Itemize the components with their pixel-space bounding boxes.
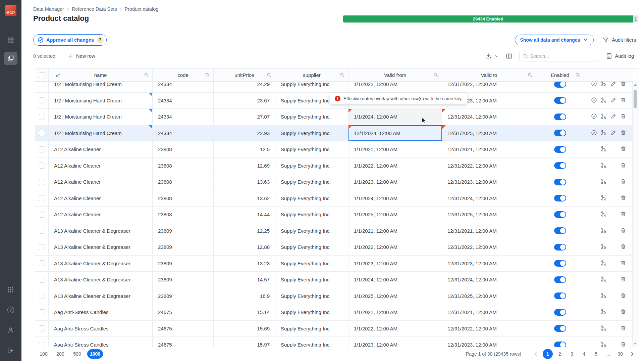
unitprice-cell[interactable]: 12.5 xyxy=(214,141,275,157)
delete-row-button[interactable] xyxy=(620,325,626,332)
name-cell[interactable]: A13 Alkaline Cleaner & Degreaser xyxy=(49,288,153,304)
logout-button[interactable] xyxy=(4,344,17,357)
column-search-icon[interactable] xyxy=(528,73,533,78)
supplier-cell[interactable]: Supply Everything Inc. xyxy=(275,256,348,272)
enabled-toggle[interactable] xyxy=(554,211,566,218)
valid-from-cell[interactable]: 1/1/2025, 12:00 AM xyxy=(348,207,442,223)
enabled-toggle[interactable] xyxy=(554,162,566,169)
page-button-5[interactable]: 5 xyxy=(591,349,601,359)
valid-from-cell[interactable]: 1/1/2022, 12:00 AM xyxy=(348,158,442,174)
table-scrollbar[interactable] xyxy=(632,82,638,347)
name-cell[interactable]: A12 Alkaline Cleaner xyxy=(49,141,153,157)
column-header-code[interactable]: code xyxy=(153,69,214,81)
code-cell[interactable]: 23808 xyxy=(153,174,214,190)
supplier-cell[interactable]: Supply Everything Inc. xyxy=(275,158,348,174)
delete-row-button[interactable] xyxy=(620,178,626,185)
approve-all-changes-button[interactable]: Approve all changes 7 xyxy=(33,34,107,46)
code-cell[interactable]: 23809 xyxy=(153,256,214,272)
unitprice-cell[interactable]: 15.69 xyxy=(214,321,275,337)
enabled-toggle[interactable] xyxy=(554,342,566,347)
row-checkbox[interactable] xyxy=(39,309,45,315)
delete-row-button[interactable] xyxy=(620,162,626,169)
row-history-button[interactable] xyxy=(601,146,607,153)
code-cell[interactable]: 23808 xyxy=(153,141,214,157)
name-cell[interactable]: A12 Alkaline Cleaner xyxy=(49,158,153,174)
unitprice-cell[interactable]: 12.25 xyxy=(214,223,275,239)
edit-row-button[interactable] xyxy=(610,97,616,104)
row-checkbox[interactable] xyxy=(39,114,45,120)
row-history-button[interactable] xyxy=(601,325,607,332)
row-checkbox[interactable] xyxy=(39,293,45,299)
valid-to-cell[interactable]: 12/31/2024, 12:00 AM xyxy=(442,190,536,207)
delete-row-button[interactable] xyxy=(620,276,626,283)
valid-to-cell[interactable]: 12/31/2023, 12:00 AM xyxy=(442,256,536,272)
code-cell[interactable]: 24675 xyxy=(153,337,214,347)
page-button-1[interactable]: 1 xyxy=(543,349,553,359)
name-cell[interactable]: A13 Alkaline Cleaner & Degreaser xyxy=(49,272,153,288)
row-checkbox[interactable] xyxy=(39,277,45,283)
row-history-button[interactable] xyxy=(601,243,607,251)
enabled-toggle[interactable] xyxy=(554,114,566,120)
name-cell[interactable]: 1/2 l Moisturising Hand Cream xyxy=(49,109,153,125)
export-menu-button[interactable] xyxy=(485,53,499,59)
column-search-icon[interactable] xyxy=(205,73,210,78)
name-cell[interactable]: Aag Anti-Stress Candles xyxy=(49,304,153,320)
edit-row-button[interactable] xyxy=(610,82,616,88)
edit-row-button[interactable] xyxy=(610,130,616,137)
select-all-checkbox[interactable] xyxy=(39,72,45,78)
valid-to-cell[interactable]: 12/31/2021, 12:00 AM xyxy=(442,223,536,239)
row-history-button[interactable] xyxy=(601,276,607,283)
row-history-button[interactable] xyxy=(601,292,607,300)
valid-to-cell[interactable]: 12/31/2023, 12:00 AM xyxy=(442,174,536,190)
name-cell[interactable]: A12 Alkaline Cleaner xyxy=(49,207,153,223)
supplier-cell[interactable]: Supply Everything Inc. xyxy=(275,337,348,347)
supplier-cell[interactable]: Supply Everything Inc. xyxy=(275,190,348,207)
code-cell[interactable]: 23809 xyxy=(153,239,214,255)
unitprice-cell[interactable]: 15.97 xyxy=(214,337,275,347)
help-button[interactable]: ? xyxy=(4,303,17,317)
valid-from-cell[interactable]: 1/1/2021, 12:00 AM xyxy=(348,223,442,239)
delete-row-button[interactable] xyxy=(620,113,626,120)
page-size-1000[interactable]: 1000 xyxy=(87,349,103,359)
page-button-4[interactable]: 4 xyxy=(579,349,589,359)
supplier-cell[interactable]: Supply Everything Inc. xyxy=(275,141,348,157)
name-cell[interactable]: 1/2 l Moisturising Hand Cream xyxy=(49,93,153,109)
new-row-button[interactable]: New row xyxy=(67,53,95,59)
delete-row-button[interactable] xyxy=(620,97,626,104)
valid-from-cell[interactable]: 1/1/2022, 12:00 AM xyxy=(348,82,442,92)
row-checkbox[interactable] xyxy=(39,342,45,347)
code-cell[interactable]: 24334 xyxy=(153,125,214,141)
code-cell[interactable]: 24334 xyxy=(153,82,214,92)
app-logo[interactable]: MGR xyxy=(5,5,16,16)
supplier-cell[interactable]: Supply Everything Inc. xyxy=(275,109,348,125)
valid-from-cell[interactable]: 1/1/2025, 12:00 AM xyxy=(348,288,442,304)
scroll-down-arrow[interactable] xyxy=(634,343,637,345)
row-checkbox[interactable] xyxy=(39,228,45,234)
row-checkbox[interactable] xyxy=(39,244,45,250)
valid-to-cell[interactable]: 12/31/2022, 12:00 AM xyxy=(442,82,536,92)
enabled-toggle[interactable] xyxy=(554,130,566,136)
valid-from-cell[interactable]: 1/1/2023, 12:00 AM xyxy=(348,174,442,190)
valid-to-cell[interactable]: 12/31/2024, 12:00 AM xyxy=(442,272,536,288)
valid-to-cell[interactable]: 12/31/2024, 12:00 AM xyxy=(442,109,536,125)
column-search-icon[interactable] xyxy=(575,73,580,78)
scrollbar-thumb[interactable] xyxy=(634,90,637,108)
valid-to-cell[interactable]: 12/31/2021, 12:00 AM xyxy=(442,141,536,157)
scroll-up-arrow[interactable] xyxy=(634,84,637,86)
valid-to-cell[interactable]: 12/31/2023, 12:00 AM xyxy=(442,337,536,347)
valid-to-cell[interactable]: 12/31/2021, 12:00 AM xyxy=(442,304,536,320)
row-history-button[interactable] xyxy=(601,309,607,316)
delete-row-button[interactable] xyxy=(620,130,626,137)
column-header-valid-from[interactable]: Valid from xyxy=(348,69,442,81)
supplier-cell[interactable]: Supply Everything Inc. xyxy=(275,272,348,288)
row-history-button[interactable] xyxy=(601,341,607,347)
unitprice-cell[interactable]: 12.88 xyxy=(214,239,275,255)
page-button-30[interactable]: 30 xyxy=(615,349,625,359)
row-history-button[interactable] xyxy=(601,195,607,202)
row-checkbox[interactable] xyxy=(39,97,45,103)
enabled-toggle[interactable] xyxy=(554,292,566,299)
valid-to-cell[interactable]: 12/31/2025, 12:00 AM xyxy=(442,288,536,304)
name-cell[interactable]: A12 Alkaline Cleaner xyxy=(49,174,153,190)
code-cell[interactable]: 24675 xyxy=(153,321,214,337)
valid-to-cell[interactable]: 12/31/2025, 12:00 AM xyxy=(442,125,536,141)
